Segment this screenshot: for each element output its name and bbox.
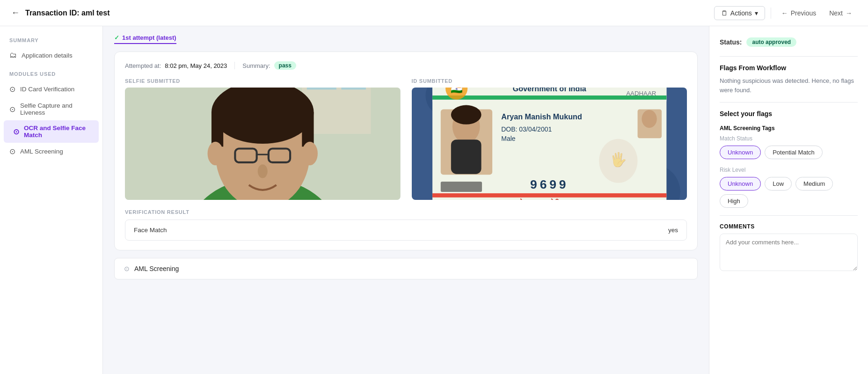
topbar-right: 🗒 Actions ▾ ← Previous Next → <box>714 6 857 20</box>
aml-screening-icon: ⊙ <box>124 265 130 272</box>
selfie-label: SELFIE SUBMITTED <box>125 78 401 84</box>
actions-label: Actions <box>730 9 752 17</box>
risk-medium-button[interactable]: Medium <box>795 177 833 191</box>
attempted-at-label: Attempted at: <box>125 62 161 69</box>
sidebar-item-aml-screening[interactable]: ⊙ AML Screening <box>0 143 102 160</box>
summary-label: Summary: <box>242 62 270 69</box>
svg-point-16 <box>302 142 318 165</box>
status-badge: auto approved <box>746 37 796 47</box>
svg-text:🇮🇳: 🇮🇳 <box>450 88 462 95</box>
modules-section-label: MODULES USED <box>0 71 102 81</box>
sidebar-item-label: OCR and Selfie Face Match <box>24 125 89 139</box>
risk-high-button[interactable]: High <box>720 194 748 208</box>
sidebar-item-application-details[interactable]: 🗂 Application details <box>0 47 102 64</box>
arrow-left-icon: ← <box>781 9 788 17</box>
aml-tags-label: AML Screening Tags <box>720 125 858 132</box>
sidebar-item-label: Selfie Capture and Liveness <box>20 102 93 116</box>
aml-screening-label: AML Screening <box>134 265 179 272</box>
sidebar: SUMMARY 🗂 Application details MODULES US… <box>0 26 103 374</box>
meta-separator <box>234 62 235 69</box>
svg-text:9699: 9699 <box>530 177 569 191</box>
divider <box>720 56 858 57</box>
svg-text:AADHAAR: AADHAAR <box>626 90 656 97</box>
status-row: Status: auto approved <box>720 37 858 47</box>
status-label: Status: <box>720 38 742 46</box>
risk-low-button[interactable]: Low <box>765 177 792 191</box>
svg-text:मेरा आधार, मेरी पहचान: मेरा आधार, मेरी पहचान <box>518 198 580 200</box>
comments-textarea[interactable] <box>720 234 858 271</box>
main-content: ✓ 1st attempt (latest) Attempted at: 8:0… <box>103 26 709 374</box>
aml-icon: ⊙ <box>9 147 15 156</box>
previous-label: Previous <box>791 9 816 17</box>
ocr-icon: ⊙ <box>13 127 19 136</box>
module-card: Attempted at: 8:02 pm, May 24, 2023 Summ… <box>114 51 698 250</box>
summary-badge: pass <box>274 61 296 70</box>
selfie-icon: ⊙ <box>9 105 15 114</box>
chevron-down-icon: ▾ <box>755 9 758 17</box>
svg-rect-44 <box>440 182 481 192</box>
svg-text:Male: Male <box>501 135 516 142</box>
attempt-tab[interactable]: ✓ 1st attempt (latest) <box>114 34 176 44</box>
next-label: Next <box>829 9 843 17</box>
select-flags-label: Select your flags <box>720 110 858 117</box>
svg-point-14 <box>258 164 268 178</box>
page-title: Transaction ID: aml test <box>25 9 110 17</box>
svg-point-15 <box>208 142 224 165</box>
verification-table: Face Match yes <box>125 220 687 241</box>
aml-screening-row[interactable]: ⊙ AML Screening <box>114 258 698 279</box>
svg-point-32 <box>451 105 481 125</box>
id-label: ID SUMBITTED <box>412 78 687 84</box>
match-status-label: Match Status <box>720 135 858 142</box>
summary-section-label: SUMMARY <box>0 37 102 47</box>
svg-text:🖐: 🖐 <box>609 151 627 168</box>
comments-label: COMMENTS <box>720 223 858 230</box>
attempted-at-value: 8:02 pm, May 24, 2023 <box>165 62 227 69</box>
verification-label: VERIFICATION RESULT <box>125 209 687 215</box>
layout: SUMMARY 🗂 Application details MODULES US… <box>0 26 868 374</box>
actions-button[interactable]: 🗒 Actions ▾ <box>714 6 765 20</box>
meta-row: Attempted at: 8:02 pm, May 24, 2023 Summ… <box>125 61 687 70</box>
flags-title: Flags From Workflow <box>720 64 858 72</box>
sidebar-item-id-card-verification[interactable]: ⊙ ID Card Verification <box>0 81 102 98</box>
svg-rect-10 <box>302 112 314 147</box>
no-flags-text: Nothing suspicious was detected. Hence, … <box>720 76 858 95</box>
topbar: ← Transaction ID: aml test 🗒 Actions ▾ ←… <box>0 0 868 26</box>
face-match-key: Face Match <box>134 227 167 234</box>
previous-button[interactable]: ← Previous <box>777 7 821 20</box>
sidebar-item-label: AML Screening <box>20 148 63 155</box>
svg-point-38 <box>642 110 656 128</box>
document-icon: 🗒 <box>721 9 728 17</box>
back-icon[interactable]: ← <box>11 8 20 18</box>
selfie-block: SELFIE SUBMITTED <box>125 78 401 200</box>
sidebar-item-ocr-selfie[interactable]: ⊙ OCR and Selfie Face Match <box>4 120 99 143</box>
next-button[interactable]: Next → <box>824 7 857 20</box>
risk-level-label: Risk Level <box>720 167 858 173</box>
risk-unknown-button[interactable]: Unknown <box>720 177 761 191</box>
images-section: SELFIE SUBMITTED <box>125 78 687 200</box>
topbar-left: ← Transaction ID: aml test <box>11 8 110 18</box>
svg-text:DOB: 03/04/2001: DOB: 03/04/2001 <box>501 125 552 133</box>
sidebar-item-label: ID Card Verification <box>20 86 74 93</box>
application-details-icon: 🗂 <box>9 51 17 59</box>
divider-2 <box>720 102 858 103</box>
selfie-image <box>125 88 401 200</box>
arrow-right-icon: → <box>846 9 852 17</box>
sidebar-item-selfie-capture[interactable]: ⊙ Selfie Capture and Liveness <box>0 98 102 120</box>
divider <box>771 7 771 19</box>
svg-text:Government of India: Government of India <box>512 88 586 93</box>
id-block: ID SUMBITTED <box>412 78 687 200</box>
checkmark-icon: ✓ <box>114 34 119 41</box>
face-match-value: yes <box>668 227 678 234</box>
verification-section: VERIFICATION RESULT Face Match yes <box>125 209 687 241</box>
content-inner: ✓ 1st attempt (latest) Attempted at: 8:0… <box>103 26 709 287</box>
sidebar-item-label: Application details <box>22 52 73 59</box>
risk-level-group: Unknown Low Medium High <box>720 177 858 208</box>
divider-3 <box>720 215 858 216</box>
svg-text:आधार: आधार <box>637 88 657 89</box>
svg-text:Aryan Manish Mukund: Aryan Manish Mukund <box>501 113 582 121</box>
id-image: Government of India 🇮🇳 आधार AADHAAR <box>412 88 687 200</box>
sidebar-separator <box>0 64 102 71</box>
match-potential-button[interactable]: Potential Match <box>765 146 823 159</box>
match-unknown-button[interactable]: Unknown <box>720 146 761 159</box>
table-row: Face Match yes <box>125 220 686 240</box>
